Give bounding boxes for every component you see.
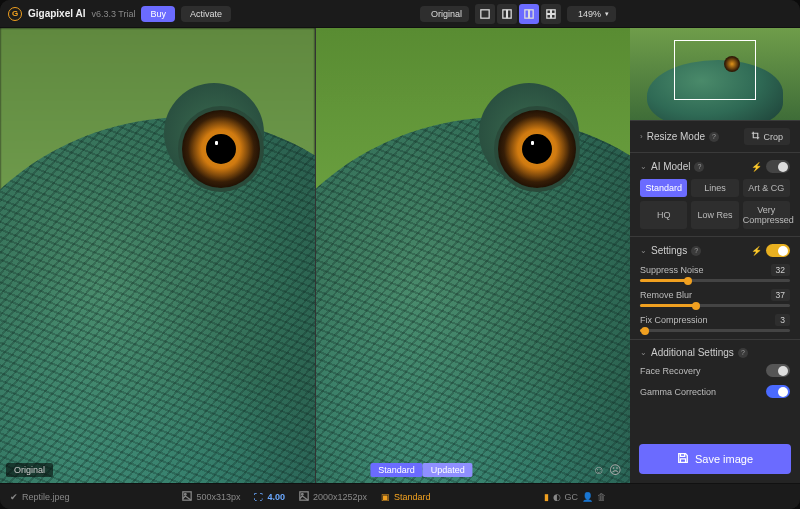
smile-icon[interactable]: ☺ (593, 463, 605, 477)
face-recovery-label: Face Recovery (640, 366, 701, 376)
gamma-correction-toggle[interactable] (766, 385, 790, 398)
fix-compression-row: Fix Compression3 (640, 314, 790, 332)
image-icon (182, 491, 192, 503)
suppress-noise-row: Suppress Noise32 (640, 264, 790, 282)
save-image-label: Save image (695, 453, 753, 465)
view-split-button[interactable] (497, 4, 517, 24)
activate-button[interactable]: Activate (181, 6, 231, 22)
contrast-icon[interactable]: ◐ (553, 492, 561, 502)
view-sidebyside-button[interactable] (519, 4, 539, 24)
processed-pane[interactable]: Standard Updated ☺ ☹ (315, 28, 631, 483)
user-icon[interactable]: 👤 (582, 492, 593, 502)
suppress-noise-value: 32 (771, 264, 790, 276)
svg-rect-3 (525, 9, 529, 17)
view-mode-group (475, 4, 561, 24)
side-panel: ›Resize Mode ? Crop ⌄AI Model ? ⚡ S (630, 28, 800, 483)
image-viewer: Original Standard Updated ☺ ☹ (0, 28, 630, 483)
auto-settings-toggle[interactable] (766, 244, 790, 257)
ai-model-section: ⌄AI Model ? ⚡ Standard Lines Art & CG HQ… (630, 152, 800, 236)
settings-section: ⌄Settings ? ⚡ Suppress Noise32 Remove Bl… (630, 236, 800, 339)
svg-rect-2 (507, 9, 511, 17)
remove-blur-slider[interactable] (640, 304, 790, 307)
frown-icon[interactable]: ☹ (609, 463, 622, 477)
model-hq-button[interactable]: HQ (640, 201, 687, 229)
settings-header[interactable]: ⌄Settings ? (640, 245, 701, 256)
gamma-correction-label: Gamma Correction (640, 387, 716, 397)
bolt-icon: ⚡ (751, 246, 762, 256)
updated-label[interactable]: Updated (423, 463, 473, 477)
model-lowres-button[interactable]: Low Res (691, 201, 738, 229)
model-standard-button[interactable]: Standard (640, 179, 687, 197)
crop-label: Crop (763, 132, 783, 142)
svg-rect-1 (503, 9, 507, 17)
output-dims-label: 2000x1252px (313, 492, 367, 502)
standard-label[interactable]: Standard (370, 463, 423, 477)
main-area: Original Standard Updated ☺ ☹ (0, 28, 800, 483)
gc-label[interactable]: GC (565, 492, 579, 502)
top-bar: G Gigapixel AI v6.3.3 Trial Buy Activate… (0, 0, 800, 28)
original-toggle[interactable]: Original (420, 6, 469, 22)
crop-button[interactable]: Crop (744, 128, 790, 145)
original-pane[interactable]: Original (0, 28, 315, 483)
compare-view[interactable]: Original Standard Updated ☺ ☹ (0, 28, 630, 483)
filename-group[interactable]: ✔ Reptile.jpeg (10, 492, 70, 502)
input-dims-group: 500x313px (182, 491, 240, 503)
svg-rect-4 (529, 9, 533, 17)
delete-icon[interactable]: 🗑 (597, 492, 606, 502)
navigator-viewport[interactable] (674, 40, 756, 100)
mode-group[interactable]: ▣ Standard (381, 492, 431, 502)
resize-mode-label: Resize Mode (647, 131, 705, 142)
suppress-noise-slider[interactable] (640, 279, 790, 282)
chevron-down-icon: ⌄ (640, 348, 647, 357)
additional-settings-label: Additional Settings (651, 347, 734, 358)
resize-mode-header[interactable]: ›Resize Mode ? (640, 131, 719, 142)
app-logo: G (8, 7, 22, 21)
help-icon[interactable]: ? (694, 162, 704, 172)
svg-rect-0 (481, 9, 489, 17)
zoom-value: 149% (578, 9, 601, 19)
svg-point-13 (302, 493, 304, 495)
input-dims-label: 500x313px (196, 492, 240, 502)
model-lines-button[interactable]: Lines (691, 179, 738, 197)
fix-compression-label: Fix Compression (640, 315, 708, 325)
ai-model-label: AI Model (651, 161, 690, 172)
suppress-noise-label: Suppress Noise (640, 265, 704, 275)
chevron-down-icon: ⌄ (640, 162, 647, 171)
scale-value: 4.00 (267, 492, 285, 502)
svg-rect-8 (551, 14, 555, 18)
additional-settings-header[interactable]: ⌄Additional Settings ? (640, 347, 748, 358)
chevron-down-icon: ⌄ (640, 246, 647, 255)
remove-blur-value: 37 (771, 289, 790, 301)
model-artcg-button[interactable]: Art & CG (743, 179, 790, 197)
help-icon[interactable]: ? (738, 348, 748, 358)
buy-button[interactable]: Buy (141, 6, 175, 22)
svg-rect-5 (547, 9, 551, 13)
app-title: Gigapixel AI (28, 8, 85, 19)
remove-blur-label: Remove Blur (640, 290, 692, 300)
filename-label: Reptile.jpeg (22, 492, 70, 502)
help-icon[interactable]: ? (691, 246, 701, 256)
face-recovery-toggle[interactable] (766, 364, 790, 377)
mode-label: Standard (394, 492, 431, 502)
help-icon[interactable]: ? (709, 132, 719, 142)
view-grid-button[interactable] (541, 4, 561, 24)
navigator-thumbnail[interactable] (630, 28, 800, 120)
model-verycompressed-button[interactable]: Very Compressed (743, 201, 790, 229)
color-icon[interactable]: ▮ (544, 492, 549, 502)
save-image-button[interactable]: Save image (639, 444, 791, 474)
expand-icon: ⛶ (254, 492, 263, 502)
zoom-control[interactable]: 149% ▾ (567, 6, 616, 22)
scale-group[interactable]: ⛶ 4.00 (254, 492, 285, 502)
ai-model-toggle[interactable] (766, 160, 790, 173)
original-label: Original (6, 463, 53, 477)
fix-compression-slider[interactable] (640, 329, 790, 332)
model-grid: Standard Lines Art & CG HQ Low Res Very … (640, 179, 790, 229)
crop-icon (751, 131, 760, 142)
check-icon: ✔ (10, 492, 18, 502)
svg-rect-6 (551, 9, 555, 13)
svg-rect-7 (547, 14, 551, 18)
save-icon (677, 452, 689, 466)
app-version: v6.3.3 Trial (91, 9, 135, 19)
view-single-button[interactable] (475, 4, 495, 24)
ai-model-header[interactable]: ⌄AI Model ? (640, 161, 704, 172)
